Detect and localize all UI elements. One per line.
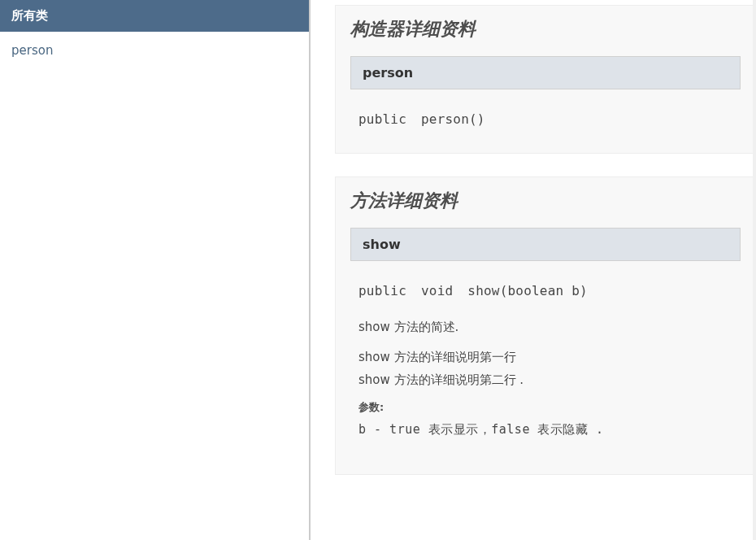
constructor-signature: publicperson() [350, 104, 741, 138]
right-frame-scrollbar[interactable] [753, 0, 756, 540]
method-detail-2-name: show [358, 372, 390, 387]
method-summary-text: 方法的简述. [390, 320, 459, 334]
method-detail-2-text: 方法的详细说明第二行 . [390, 372, 524, 387]
param-b-line: b - true 表示显示，false 表示隐藏 . [350, 418, 741, 442]
method-details-heading: 方法详细资料 [350, 189, 741, 213]
class-list: person [0, 32, 309, 69]
right-frame: 构造器详细资料 person publicperson() 方法详细资料 sho… [311, 0, 756, 540]
constructor-details-section: 构造器详细资料 person publicperson() [335, 5, 756, 154]
method-modifier: public [358, 283, 406, 298]
method-call: show(boolean b) [467, 283, 588, 298]
method-detail-1-name: show [358, 350, 390, 364]
method-summary: show 方法的简述. [350, 309, 741, 339]
left-frame: 所有类 person [0, 0, 311, 540]
class-link-person[interactable]: person [11, 43, 53, 58]
method-name-header: show [350, 228, 741, 261]
constructor-name-header: person [350, 56, 741, 89]
params-label: 参数: [350, 392, 741, 418]
method-detail-1-text: 方法的详细说明第一行 [390, 350, 516, 364]
method-summary-name: show [358, 320, 390, 334]
constructor-call: person() [421, 111, 485, 127]
method-details-section: 方法详细资料 show publicvoidshow(boolean b) sh… [335, 176, 756, 476]
all-classes-heading: 所有类 [0, 0, 309, 32]
method-return-type: void [421, 283, 453, 298]
method-signature: publicvoidshow(boolean b) [350, 276, 741, 310]
constructor-details-heading: 构造器详细资料 [350, 17, 741, 41]
method-detail-line-1: show 方法的详细说明第一行 show 方法的详细说明第二行 . [350, 339, 741, 392]
constructor-modifier: public [358, 111, 406, 127]
